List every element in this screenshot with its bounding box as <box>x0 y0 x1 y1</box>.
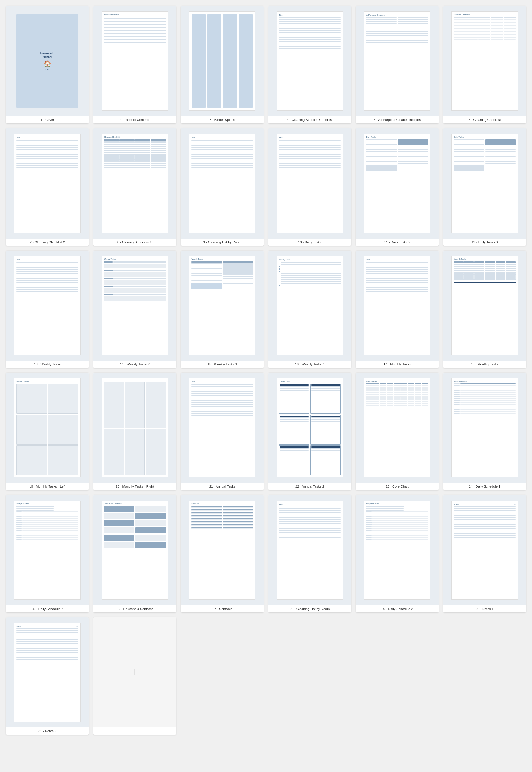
card-4[interactable]: Title 4 - Cleaning Supplies Checklist <box>268 6 351 123</box>
card-thumb-15: Weekly Tasks <box>181 251 264 361</box>
card-label-30: 30 - Notes 1 <box>443 605 526 612</box>
card-thumb-23: Chore Chart <box>356 373 439 483</box>
card-28[interactable]: Title 28 - Cleaning List by Room <box>268 495 351 612</box>
card-19[interactable]: Monthly Tasks 19 - Monthly Tasks - Left <box>6 373 89 490</box>
card-thumb-5: All Purpose Cleaners <box>356 6 439 116</box>
card-14[interactable]: Weekly Tasks <box>93 251 176 368</box>
card-thumb-7: Title <box>6 128 89 238</box>
card-label-19: 19 - Monthly Tasks - Left <box>6 483 89 490</box>
card-thumb-2: Table of Contents <box>93 6 176 116</box>
card-21[interactable]: Title 21 - Annual Tasks <box>181 373 264 490</box>
card-11[interactable]: Daily Tasks 11 - Daily Tasks 2 <box>356 128 439 245</box>
card-label-20: 20 - Monthly Tasks - Right <box>93 483 176 490</box>
card-2[interactable]: Table of Contents 2 - Table of Contents <box>93 6 176 123</box>
card-label-18: 18 - Monthly Tasks <box>443 361 526 368</box>
card-12[interactable]: Daily Tasks 12 - Daily Tasks 3 <box>443 128 526 245</box>
card-thumb-28: Title <box>268 495 351 605</box>
card-thumb-10: Title <box>268 128 351 238</box>
card-thumb-8: Cleaning Checklist <box>93 128 176 238</box>
card-label-22: 22 - Annual Tasks 2 <box>268 483 351 490</box>
card-label-23: 23 - Core Chart <box>356 483 439 490</box>
card-thumb-31: Notes — <box>6 617 89 727</box>
card-thumb-22: Annual Tasks <box>268 373 351 483</box>
card-label-10: 10 - Daily Tasks <box>268 239 351 246</box>
card-thumb-14: Weekly Tasks <box>93 251 176 361</box>
card-29[interactable]: Daily Schedule — <box>356 495 439 612</box>
card-thumb-18: Monthly Tasks <box>443 251 526 361</box>
card-thumb-4: Title <box>268 6 351 116</box>
card-label-3: 3 - Binder Spines <box>181 116 264 123</box>
card-thumb-13: Title <box>6 251 89 361</box>
card-6[interactable]: Cleaning Checklist <box>443 6 526 123</box>
card-label-24: 24 - Daily Schedule 1 <box>443 483 526 490</box>
card-label-31: 31 - Notes 2 <box>6 727 89 735</box>
card-8[interactable]: Cleaning Checklist 8 - Cleaning Checklis… <box>93 128 176 245</box>
card-thumb-30: Notes — <box>443 495 526 605</box>
card-label-9: 9 - Cleaning List by Room <box>181 239 264 246</box>
thumbnail-grid: HouseholdPlanner 🏠 ✦ ✦ ✦ 1 - Cover Table… <box>6 6 526 735</box>
card-thumb-19: Monthly Tasks <box>6 373 89 483</box>
card-5[interactable]: All Purpose Cleaners 5 - All Purpose Cle… <box>356 6 439 123</box>
card-31[interactable]: Notes — 31 - Notes 2 <box>6 617 89 735</box>
card-label-1: 1 - Cover <box>6 116 89 123</box>
card-25[interactable]: Daily Schedule — <box>6 495 89 612</box>
card-label-17: 17 - Monthly Tasks <box>356 361 439 368</box>
card-thumb-6: Cleaning Checklist <box>443 6 526 116</box>
card-thumb-16: Weekly Tasks <box>268 251 351 361</box>
card-22[interactable]: Annual Tasks <box>268 373 351 490</box>
card-32[interactable]: + <box>93 617 176 735</box>
card-thumb-26: Household Contacts <box>93 495 176 605</box>
card-16[interactable]: Weekly Tasks <box>268 251 351 368</box>
card-thumb-9: Title <box>181 128 264 238</box>
card-26[interactable]: Household Contacts <box>93 495 176 612</box>
card-label-6: 6 - Cleaning Checklist <box>443 116 526 123</box>
card-thumb-11: Daily Tasks <box>356 128 439 238</box>
card-label-25: 25 - Daily Schedule 2 <box>6 605 89 612</box>
card-label-12: 12 - Daily Tasks 3 <box>443 239 526 246</box>
card-24[interactable]: Daily Schedule <box>443 373 526 490</box>
card-7[interactable]: Title 7 - Cleaning Checklist 2 <box>6 128 89 245</box>
card-thumb-20 <box>93 373 176 483</box>
card-label-5: 5 - All Purpose Cleaner Recipes <box>356 116 439 123</box>
card-label-8: 8 - Cleaning Checklist 3 <box>93 239 176 246</box>
card-label-11: 11 - Daily Tasks 2 <box>356 239 439 246</box>
card-label-29: 29 - Daily Schedule 2 <box>356 605 439 612</box>
card-thumb-3 <box>181 6 264 116</box>
card-thumb-29: Daily Schedule — <box>356 495 439 605</box>
card-label-28: 28 - Cleaning List by Room <box>268 605 351 612</box>
card-10[interactable]: Title 10 - Daily Tasks <box>268 128 351 245</box>
card-thumb-25: Daily Schedule — <box>6 495 89 605</box>
card-label-13: 13 - Weekly Tasks <box>6 361 89 368</box>
card-thumb-32: + <box>93 617 176 727</box>
card-20[interactable]: 20 - Monthly Tasks - Right <box>93 373 176 490</box>
card-label-16: 16 - Weekly Tasks 4 <box>268 361 351 368</box>
card-thumb-24: Daily Schedule <box>443 373 526 483</box>
card-thumb-21: Title <box>181 373 264 483</box>
card-label-15: 15 - Weekly Tasks 3 <box>181 361 264 368</box>
card-label-2: 2 - Table of Contents <box>93 116 176 123</box>
card-3[interactable]: 3 - Binder Spines <box>181 6 264 123</box>
card-27[interactable]: Contacts <box>181 495 264 612</box>
card-9[interactable]: Title 9 - Cleaning List by Room <box>181 128 264 245</box>
card-label-7: 7 - Cleaning Checklist 2 <box>6 239 89 246</box>
card-label-21: 21 - Annual Tasks <box>181 483 264 490</box>
card-30[interactable]: Notes — 30 - Notes 1 <box>443 495 526 612</box>
card-label-4: 4 - Cleaning Supplies Checklist <box>268 116 351 123</box>
card-label-14: 14 - Weekly Tasks 2 <box>93 361 176 368</box>
add-icon: + <box>93 617 176 727</box>
card-15[interactable]: Weekly Tasks 15 - Weekly Tasks 3 <box>181 251 264 368</box>
card-17[interactable]: Title 17 - Monthly Tasks <box>356 251 439 368</box>
card-23[interactable]: Chore Chart <box>356 373 439 490</box>
card-18[interactable]: Monthly Tasks <box>443 251 526 368</box>
card-13[interactable]: Title 13 - Weekly Tasks <box>6 251 89 368</box>
card-thumb-17: Title <box>356 251 439 361</box>
card-label-26: 26 - Household Contacts <box>93 605 176 612</box>
card-thumb-27: Contacts <box>181 495 264 605</box>
card-label-27: 27 - Contacts <box>181 605 264 612</box>
card-thumb-12: Daily Tasks <box>443 128 526 238</box>
card-1[interactable]: HouseholdPlanner 🏠 ✦ ✦ ✦ 1 - Cover <box>6 6 89 123</box>
card-thumb-1: HouseholdPlanner 🏠 ✦ ✦ ✦ <box>6 6 89 116</box>
